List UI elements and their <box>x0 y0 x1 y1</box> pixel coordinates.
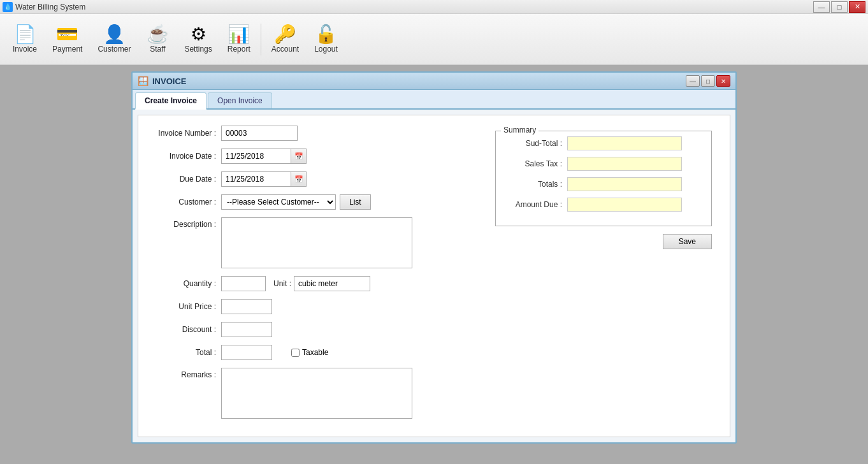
report-icon: 📊 <box>228 25 250 43</box>
inner-window-title: INVOICE <box>152 76 186 86</box>
amount-due-row: Amount Due : <box>503 198 704 212</box>
total-input[interactable] <box>221 345 272 360</box>
toolbar: 📄 Invoice 💳 Payment 👤 Customer ☕ Staff ⚙… <box>0 14 868 65</box>
tab-create-invoice[interactable]: Create Invoice <box>135 92 206 110</box>
account-icon: 🔑 <box>274 25 296 43</box>
settings-label: Settings <box>184 45 212 54</box>
inner-titlebar-left: 🪟 INVOICE <box>138 76 186 86</box>
total-row: Total : Taxable <box>151 345 717 360</box>
inner-minimize-button[interactable]: — <box>686 75 700 87</box>
form-area: Invoice Number : Invoice Date : 📅 Due Da… <box>138 115 730 437</box>
invoice-date-calendar-button[interactable]: 📅 <box>291 149 307 164</box>
summary-title: Summary <box>501 126 539 134</box>
account-label: Account <box>271 45 299 54</box>
remarks-row: Remarks : <box>151 368 717 419</box>
form-main-layout: Invoice Number : Invoice Date : 📅 Due Da… <box>151 126 717 419</box>
due-date-input[interactable] <box>221 171 291 187</box>
sub-total-label: Sud-Total : <box>503 139 567 148</box>
inner-restore-button[interactable]: □ <box>701 75 715 87</box>
payment-icon: 💳 <box>56 25 78 43</box>
unit-label: Unit : <box>273 279 291 288</box>
customer-icon: 👤 <box>103 25 126 43</box>
app-title: Water Billing System <box>15 3 85 11</box>
discount-input[interactable] <box>221 322 272 337</box>
invoice-icon: 📄 <box>14 25 36 43</box>
logout-icon: 🔓 <box>315 25 337 43</box>
customer-field-label: Customer : <box>151 198 221 207</box>
inner-titlebar: 🪟 INVOICE — □ ✕ <box>133 73 735 90</box>
toolbar-separator <box>261 24 261 55</box>
report-label: Report <box>228 45 250 54</box>
discount-label: Discount : <box>151 325 221 334</box>
taxable-checkbox[interactable] <box>291 349 300 357</box>
invoice-label: Invoice <box>13 45 37 54</box>
totals-label: Totals : <box>503 180 567 189</box>
toolbar-report[interactable]: 📊 Report <box>220 23 258 56</box>
amount-due-label: Amount Due : <box>503 200 567 209</box>
invoice-date-input[interactable] <box>221 149 291 164</box>
unit-price-row: Unit Price : <box>151 299 717 314</box>
sales-tax-row: Sales Tax : <box>503 157 704 171</box>
due-date-label: Due Date : <box>151 175 221 184</box>
quantity-input[interactable] <box>221 276 266 291</box>
toolbar-logout[interactable]: 🔓 Logout <box>307 23 345 56</box>
totals-row: Totals : <box>503 177 704 191</box>
due-date-wrapper: 📅 <box>221 171 307 187</box>
customer-dropdown[interactable]: --Please Select Customer-- <box>221 194 336 210</box>
main-area: 🪟 INVOICE — □ ✕ Create Invoice Open Invo… <box>0 65 868 450</box>
summary-section: Summary Sud-Total : Sales Tax : Totals : <box>495 126 712 249</box>
toolbar-account[interactable]: 🔑 Account <box>264 23 307 56</box>
staff-icon: ☕ <box>147 25 169 43</box>
inner-titlebar-controls: — □ ✕ <box>686 75 730 87</box>
sales-tax-input[interactable] <box>567 157 682 171</box>
description-textarea[interactable] <box>221 217 412 268</box>
toolbar-settings[interactable]: ⚙ Settings <box>177 23 219 56</box>
invoice-number-label: Invoice Number : <box>151 129 221 138</box>
customer-label: Customer <box>98 45 131 54</box>
app-titlebar: 💧 Water Billing System — □ ✕ <box>0 0 868 14</box>
inner-window-icon: 🪟 <box>138 76 148 86</box>
app-maximize-button[interactable]: □ <box>831 1 848 13</box>
logout-label: Logout <box>314 45 338 54</box>
quantity-row: Quantity : Unit : <box>151 276 717 291</box>
totals-input[interactable] <box>567 177 682 191</box>
summary-groupbox: Summary Sud-Total : Sales Tax : Totals : <box>495 131 712 226</box>
quantity-label: Quantity : <box>151 279 221 288</box>
inner-window: 🪟 INVOICE — □ ✕ Create Invoice Open Invo… <box>131 71 737 444</box>
app-icon: 💧 <box>3 2 13 12</box>
sales-tax-label: Sales Tax : <box>503 159 567 168</box>
remarks-textarea[interactable] <box>221 368 412 419</box>
invoice-date-label: Invoice Date : <box>151 152 221 161</box>
taxable-label-text: Taxable <box>302 348 328 357</box>
staff-label: Staff <box>150 45 165 54</box>
remarks-label: Remarks : <box>151 368 221 379</box>
toolbar-payment[interactable]: 💳 Payment <box>45 23 90 56</box>
toolbar-customer[interactable]: 👤 Customer <box>90 23 138 56</box>
tab-bar: Create Invoice Open Invoice <box>133 90 735 110</box>
app-close-button[interactable]: ✕ <box>849 1 865 13</box>
unit-input[interactable] <box>294 276 370 291</box>
description-label: Description : <box>151 217 221 229</box>
invoice-number-input[interactable] <box>221 126 298 141</box>
total-label: Total : <box>151 348 221 357</box>
inner-close-button[interactable]: ✕ <box>716 75 730 87</box>
toolbar-invoice[interactable]: 📄 Invoice <box>5 23 45 56</box>
sub-total-row: Sud-Total : <box>503 136 704 150</box>
unit-price-label: Unit Price : <box>151 302 221 311</box>
amount-due-input[interactable] <box>567 198 682 212</box>
taxable-checkbox-label[interactable]: Taxable <box>291 348 328 357</box>
app-minimize-button[interactable]: — <box>813 1 830 13</box>
app-titlebar-controls: — □ ✕ <box>813 1 865 13</box>
due-date-calendar-button[interactable]: 📅 <box>291 171 307 187</box>
tab-open-invoice[interactable]: Open Invoice <box>208 92 272 108</box>
payment-label: Payment <box>52 45 82 54</box>
invoice-date-wrapper: 📅 <box>221 149 307 164</box>
settings-icon: ⚙ <box>191 25 206 43</box>
list-button[interactable]: List <box>340 194 371 210</box>
toolbar-staff[interactable]: ☕ Staff <box>138 23 177 56</box>
unit-price-input[interactable] <box>221 299 272 314</box>
discount-row: Discount : <box>151 322 717 337</box>
sub-total-input[interactable] <box>567 136 682 150</box>
save-button[interactable]: Save <box>663 234 712 249</box>
